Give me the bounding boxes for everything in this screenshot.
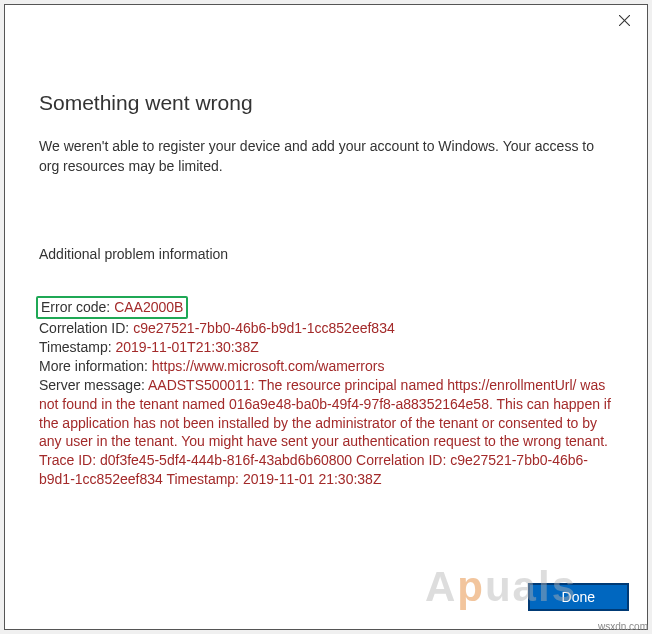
error-dialog: Something went wrong We weren't able to … bbox=[4, 4, 648, 630]
dialog-content: Something went wrong We weren't able to … bbox=[5, 37, 647, 571]
server-message-row: Server message: AADSTS500011: The resour… bbox=[39, 376, 613, 489]
close-icon bbox=[619, 15, 630, 26]
more-info-row: More information: https://www.microsoft.… bbox=[39, 357, 613, 376]
correlation-id-label: Correlation ID: bbox=[39, 320, 129, 336]
error-code-label: Error code: bbox=[41, 299, 110, 315]
button-bar: Done bbox=[5, 571, 647, 629]
timestamp-label: Timestamp: bbox=[39, 339, 112, 355]
dialog-description: We weren't able to register your device … bbox=[39, 137, 613, 176]
dialog-title: Something went wrong bbox=[39, 91, 613, 115]
timestamp-row: Timestamp: 2019-11-01T21:30:38Z bbox=[39, 338, 613, 357]
timestamp-value: 2019-11-01T21:30:38Z bbox=[116, 339, 259, 355]
server-message-label: Server message: bbox=[39, 377, 145, 393]
problem-details: Error code: CAA2000B Correlation ID: c9e… bbox=[39, 296, 613, 489]
correlation-id-value: c9e27521-7bb0-46b6-b9d1-1cc852eef834 bbox=[133, 320, 395, 336]
correlation-id-row: Correlation ID: c9e27521-7bb0-46b6-b9d1-… bbox=[39, 319, 613, 338]
titlebar bbox=[5, 5, 647, 37]
error-code-row: Error code: CAA2000B bbox=[39, 296, 613, 319]
site-credit: wsxdn.com bbox=[598, 621, 648, 632]
error-code-value: CAA2000B bbox=[114, 299, 183, 315]
more-info-label: More information: bbox=[39, 358, 148, 374]
server-message-value: AADSTS500011: The resource principal nam… bbox=[39, 377, 611, 487]
error-code-highlight: Error code: CAA2000B bbox=[36, 296, 188, 319]
done-button[interactable]: Done bbox=[528, 583, 629, 611]
more-info-link[interactable]: https://www.microsoft.com/wamerrors bbox=[152, 358, 385, 374]
additional-info-heading: Additional problem information bbox=[39, 246, 613, 262]
close-button[interactable] bbox=[602, 5, 647, 35]
